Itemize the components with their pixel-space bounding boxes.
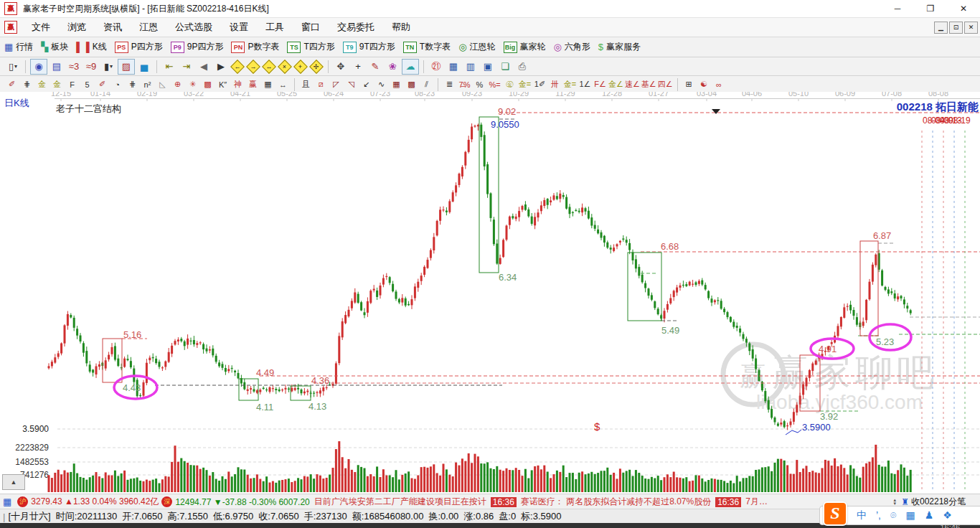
kline-button[interactable]: ▌▐K线 bbox=[76, 41, 106, 53]
grid123-tool[interactable]: ▦ bbox=[261, 77, 275, 91]
gold-angle-tool[interactable]: 金∠ bbox=[608, 77, 623, 91]
flag-pen-tool[interactable]: 1✐ bbox=[533, 77, 547, 91]
ime-keyboard-icon[interactable]: ▦ bbox=[905, 509, 915, 522]
n2-tool[interactable]: n² bbox=[141, 77, 154, 91]
win-tool[interactable]: 赢 bbox=[246, 77, 260, 91]
angle-tool[interactable]: ◺ bbox=[156, 77, 169, 91]
gold-circle-tool[interactable]: ㊎ bbox=[503, 77, 517, 91]
ticker-news-item[interactable]: 目前广汽埃安第二工厂产能建设项目正在按计 bbox=[314, 496, 486, 508]
ime-menu-icon[interactable]: ❖ bbox=[943, 509, 952, 522]
candle-type-dropdown[interactable]: ▮▾ bbox=[100, 60, 116, 74]
quotes-button[interactable]: ▦行情 bbox=[4, 41, 33, 53]
fan-block-tool[interactable]: ◹ bbox=[344, 77, 358, 91]
ticker-news-item[interactable]: 赛诺医疗： 两名股东拟合计减持不超过8.07%股份 bbox=[521, 496, 711, 508]
hexagon-button[interactable]: ◎六角形 bbox=[554, 41, 590, 53]
bars-tool[interactable]: ≣ bbox=[443, 77, 456, 91]
ime-toolbar[interactable]: S 中’,⌾▦♟❖ bbox=[819, 506, 980, 525]
next-button[interactable]: ▶ bbox=[213, 60, 229, 74]
ticker-news-item[interactable]: 7月… bbox=[745, 496, 768, 508]
grid-b-tool[interactable]: ▩ bbox=[405, 77, 418, 91]
gold-grid2-tool[interactable]: 金 bbox=[50, 77, 64, 91]
ime-lang-icon[interactable]: 中 bbox=[857, 509, 867, 522]
printer-icon[interactable]: ⎙ bbox=[514, 60, 530, 74]
ticker-time-badge[interactable]: 16:36 bbox=[491, 497, 517, 507]
ime-skin-icon[interactable]: ♟ bbox=[925, 509, 934, 522]
gold-line-tool[interactable]: 金= bbox=[518, 77, 532, 91]
close-button[interactable]: ✕ bbox=[947, 1, 980, 16]
flower-tool[interactable]: ❀ bbox=[385, 60, 400, 74]
red-brush-tool[interactable]: ✐ bbox=[95, 77, 109, 91]
diamond-cross-button[interactable]: ✢ bbox=[309, 60, 324, 74]
cloud-tool[interactable]: ☁ bbox=[402, 59, 419, 75]
pct-line-tool[interactable]: 7̶% bbox=[458, 77, 471, 91]
save-icon[interactable]: ▣ bbox=[480, 60, 496, 74]
kline-style-dropdown[interactable]: ▯▾ bbox=[5, 60, 21, 74]
f-grid-tool[interactable]: F bbox=[65, 77, 79, 91]
target-tool[interactable]: ⊕ bbox=[171, 77, 184, 91]
menu-江恩[interactable]: 江恩 bbox=[131, 21, 166, 34]
wave-3-icon[interactable]: ≈3 bbox=[66, 60, 82, 74]
base-angle-tool[interactable]: 基∠ bbox=[641, 77, 656, 91]
percent-eq-tool[interactable]: %= bbox=[488, 77, 501, 91]
pattern-icon[interactable]: ▨ bbox=[118, 59, 135, 75]
mdi-restore-button[interactable]: ⊡ bbox=[949, 22, 963, 34]
zigzag-tool[interactable]: ∿ bbox=[374, 77, 388, 91]
menu-浏览[interactable]: 浏览 bbox=[59, 21, 95, 34]
fan-shade-tool[interactable]: ◸ bbox=[329, 77, 343, 91]
calculator-icon[interactable]: ▦ bbox=[446, 60, 461, 74]
gold-grid-tool[interactable]: 金 bbox=[35, 77, 49, 91]
menu-窗口[interactable]: 窗口 bbox=[293, 21, 329, 34]
pencil-tool[interactable]: ✎ bbox=[367, 60, 383, 74]
calendar-icon[interactable]: ㉑ bbox=[428, 60, 444, 74]
diamond-right-button[interactable]: → bbox=[246, 60, 260, 74]
ticker-time-badge[interactable]: 16:36 bbox=[715, 497, 741, 507]
last-page-button[interactable]: ⇥ bbox=[179, 60, 194, 74]
9p-square-button[interactable]: P99P四方形 bbox=[171, 41, 224, 53]
five-grid-tool[interactable]: 5 bbox=[80, 77, 94, 91]
mdi-close-button[interactable]: ✕ bbox=[964, 22, 978, 34]
news-ticker[interactable]: 目前广汽埃安第二工厂产能建设项目正在按计16:36赛诺医疗： 两名股东拟合计减持… bbox=[314, 496, 892, 508]
grid-yellow-tool[interactable]: ⊞ bbox=[682, 77, 696, 91]
first-page-button[interactable]: ⇤ bbox=[161, 60, 177, 74]
gann-box-tool[interactable]: 且 bbox=[299, 77, 313, 91]
infinity-tool[interactable]: ∞ bbox=[712, 77, 726, 91]
hrange-tool[interactable]: ↔ bbox=[276, 77, 290, 91]
net-tool[interactable]: ▩ bbox=[201, 77, 215, 91]
t-table-button[interactable]: TNT数字表 bbox=[403, 41, 451, 53]
sogou-logo-icon[interactable]: S bbox=[823, 501, 847, 526]
brush-tool[interactable]: ✐ bbox=[5, 77, 19, 91]
speed-angle-tool[interactable]: 速∠ bbox=[625, 77, 640, 91]
t-square-button[interactable]: TST四方形 bbox=[287, 41, 334, 53]
diamond-x-button[interactable]: × bbox=[278, 60, 292, 74]
p-square-button[interactable]: PSP四方形 bbox=[115, 41, 163, 53]
notepad-icon[interactable]: ▥ bbox=[463, 60, 479, 74]
gold-line2-tool[interactable]: 金= bbox=[563, 77, 577, 91]
menu-工具[interactable]: 工具 bbox=[257, 21, 293, 34]
minimize-button[interactable]: ─ bbox=[881, 1, 914, 16]
mdi-minimize-button[interactable]: ▁ bbox=[934, 22, 948, 34]
screen-share-icon[interactable]: ❏ bbox=[497, 60, 513, 74]
prev-button[interactable]: ◀ bbox=[196, 60, 212, 74]
sectors-button[interactable]: ▚板块 bbox=[41, 41, 68, 53]
one-angle-tool[interactable]: 1∠ bbox=[578, 77, 592, 91]
wave-9-icon[interactable]: ≈9 bbox=[83, 60, 99, 74]
shen-tool[interactable]: 神 bbox=[231, 77, 245, 91]
scroll-up-button[interactable]: ▲ bbox=[2, 474, 25, 490]
menu-帮助[interactable]: 帮助 bbox=[383, 21, 419, 34]
hand-tool[interactable]: ✥ bbox=[333, 60, 349, 74]
diamond-lr-button[interactable]: ↔ bbox=[262, 60, 276, 74]
menu-公式选股[interactable]: 公式选股 bbox=[166, 21, 221, 34]
arrow-line-tool[interactable]: ↙ bbox=[359, 77, 373, 91]
gann-wheel-button[interactable]: ◎江恩轮 bbox=[458, 41, 495, 53]
quote-grid-icon[interactable]: ▦ bbox=[3, 496, 11, 507]
menu-资讯[interactable]: 资讯 bbox=[95, 21, 131, 34]
menu-设置[interactable]: 设置 bbox=[221, 21, 257, 34]
taichi-tool[interactable]: ☯ bbox=[697, 77, 711, 91]
fan-tool[interactable]: ⧄ bbox=[314, 77, 328, 91]
winner-service-button[interactable]: $赢家服务 bbox=[598, 41, 641, 53]
report-list-icon[interactable]: ▤ bbox=[49, 60, 65, 74]
p-table-button[interactable]: PNP数字表 bbox=[231, 41, 279, 53]
compass-tool[interactable]: ◔ bbox=[110, 77, 124, 91]
9t-square-button[interactable]: T99T四方形 bbox=[343, 41, 395, 53]
parallel-tool[interactable]: ⫽ bbox=[420, 77, 433, 91]
